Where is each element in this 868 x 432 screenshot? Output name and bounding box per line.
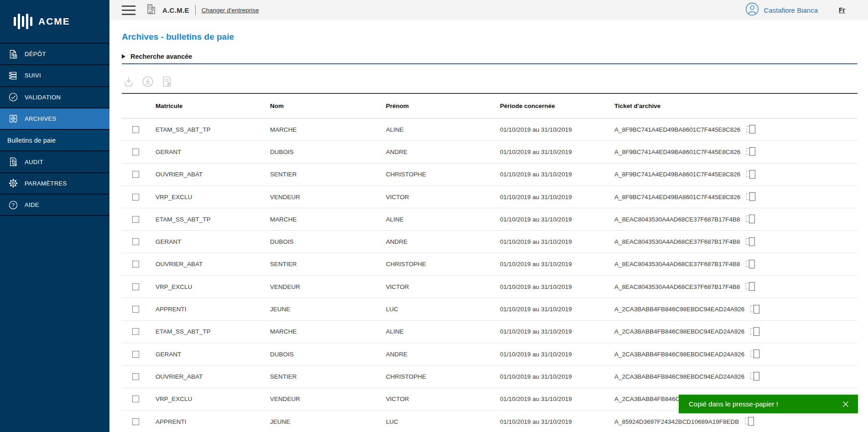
table-row: VRP_EXCLUVENDEURVICTOR01/10/2019 au 31/1… (122, 276, 858, 298)
language-toggle[interactable]: Fr (839, 6, 845, 14)
copy-icon[interactable] (746, 260, 755, 269)
cell-ticket: A_85924D3697F24342BCD10689A19F8EDB (614, 417, 858, 426)
copy-icon[interactable] (750, 305, 760, 314)
cell-nom: JEUNE (270, 306, 386, 313)
row-checkbox[interactable] (132, 126, 139, 133)
copy-icon[interactable] (746, 282, 755, 291)
row-checkbox[interactable] (132, 171, 139, 178)
cell-matricule: ETAM_SS_ABT_TP (156, 216, 270, 223)
table-row: OUVRIER_ABATSENTIERCHRISTOPHE01/10/2019 … (122, 164, 858, 186)
copy-icon[interactable] (750, 350, 760, 359)
copy-icon[interactable] (746, 125, 756, 134)
ticket-value: A_8F9BC741A4ED49BA8601C7F445E8C826 (614, 126, 740, 133)
ticket-value: A_2CA3BABB4FB846C98EBDC94EAD24A926 (614, 351, 744, 358)
cell-ticket: A_8EAC8043530A4AD68CE37F687B17F4B8 (614, 260, 858, 269)
sidebar-item-bulletins-de-paie[interactable]: Bulletins de paie (0, 130, 109, 151)
sidebar-item-label: VALIDATION (25, 94, 61, 101)
copy-icon[interactable] (750, 372, 760, 381)
copy-icon[interactable] (745, 417, 754, 426)
cell-periode: 01/10/2019 au 31/10/2019 (500, 126, 614, 133)
checkbox-cell (122, 351, 156, 358)
checkbox-cell (122, 328, 156, 335)
cell-periode: 01/10/2019 au 31/10/2019 (500, 306, 614, 313)
sidebar-item-aide[interactable]: ?AIDE (0, 195, 109, 216)
row-checkbox[interactable] (132, 261, 139, 267)
document-upload-icon (7, 48, 19, 60)
cell-matricule: ETAM_SS_ABT_TP (156, 328, 270, 335)
cell-ticket: A_8F9BC741A4ED49BA8601C7F445E8C826 (614, 147, 858, 156)
row-checkbox[interactable] (132, 306, 139, 313)
row-checkbox[interactable] (132, 149, 139, 155)
cell-periode: 01/10/2019 au 31/10/2019 (500, 373, 614, 380)
change-company-link[interactable]: Changer d'entreprise (202, 7, 259, 14)
cell-nom: VENDEUR (270, 194, 386, 201)
user-menu[interactable]: Castafiore Bianca (745, 2, 818, 18)
row-checkbox[interactable] (132, 238, 139, 245)
download-button[interactable] (122, 75, 135, 89)
cell-periode: 01/10/2019 au 31/10/2019 (500, 351, 614, 358)
sidebar-item-label: AIDE (25, 201, 39, 208)
advanced-search-toggle[interactable]: Recherche avancée (122, 53, 192, 60)
sidebar-item-audit[interactable]: AUDIT (0, 151, 109, 173)
copy-icon[interactable] (746, 147, 756, 156)
checkbox-cell (122, 283, 156, 290)
cell-ticket: A_8F9BC741A4ED49BA8601C7F445E8C826 (614, 125, 858, 134)
column-header-nom: Nom (270, 103, 386, 109)
row-checkbox[interactable] (132, 328, 139, 335)
download-icon (122, 75, 135, 89)
cell-prenom: ALINE (386, 216, 500, 223)
sidebar-item-validation[interactable]: VALIDATION (0, 87, 109, 108)
copy-icon[interactable] (746, 192, 756, 201)
table-row: APPRENTIJEUNELUC01/10/2019 au 31/10/2019… (122, 411, 858, 432)
cell-prenom: VICTOR (386, 283, 500, 290)
checkbox-cell (122, 238, 156, 245)
copy-icon[interactable] (746, 215, 755, 224)
row-checkbox[interactable] (132, 283, 139, 290)
ticket-value: A_2CA3BABB4FB846C98EBDC94EAD24A926 (614, 373, 744, 380)
checkbox-cell (122, 261, 156, 267)
menu-toggle-button[interactable] (122, 5, 135, 15)
sidebar-item-label: ARCHIVES (25, 115, 57, 122)
table-row: GERANTDUBOISANDRE01/10/2019 au 31/10/201… (122, 343, 858, 365)
sidebar-item-archives[interactable]: ARCHIVES (0, 108, 109, 130)
ticket-value: A_8EAC8043530A4AD68CE37F687B17F4B8 (614, 238, 740, 245)
row-checkbox[interactable] (132, 216, 139, 223)
table-row: GERANTDUBOISANDRE01/10/2019 au 31/10/201… (122, 141, 858, 163)
checkbox-cell (122, 216, 156, 223)
row-checkbox[interactable] (132, 194, 139, 201)
cell-ticket: A_8EAC8043530A4AD68CE37F687B17F4B8 (614, 237, 858, 247)
checkbox-cell (122, 396, 156, 402)
sidebar-item-depot[interactable]: DÉPÔT (0, 44, 109, 65)
chevron-right-icon (122, 54, 125, 59)
download-all-button[interactable] (141, 75, 155, 89)
certificate-document-icon (161, 75, 173, 89)
cell-prenom: ALINE (386, 328, 500, 335)
row-checkbox[interactable] (132, 351, 139, 358)
building-icon (145, 3, 157, 17)
copy-icon[interactable] (746, 170, 756, 179)
ticket-value: A_2CA3BABB4FB846C98EBDC94EAD24A926 (614, 328, 744, 335)
toast-close-button[interactable] (841, 399, 851, 409)
cell-matricule: GERANT (156, 351, 270, 358)
cell-prenom: CHRISTOPHE (386, 373, 500, 380)
close-icon (842, 400, 850, 408)
checkbox-cell (122, 126, 156, 133)
cell-ticket: A_2CA3BABB4FB846C98EBDC94EAD24A926 (614, 305, 858, 314)
table-row: APPRENTIJEUNELUC01/10/2019 au 31/10/2019… (122, 298, 858, 320)
row-checkbox[interactable] (132, 396, 139, 402)
copy-icon[interactable] (746, 237, 755, 247)
row-checkbox[interactable] (132, 418, 139, 425)
hamburger-icon (122, 5, 135, 7)
row-checkbox[interactable] (132, 373, 139, 380)
ticket-value: A_8EAC8043530A4AD68CE37F687B17F4B8 (614, 216, 740, 223)
download-all-icon (141, 75, 154, 89)
certificate-button[interactable] (160, 75, 174, 89)
sidebar-item-suivi[interactable]: SUIVI (0, 65, 109, 87)
section-divider (122, 63, 858, 64)
checkbox-cell (122, 418, 156, 425)
copy-icon[interactable] (750, 327, 760, 336)
sidebar-item-parametres[interactable]: PARAMÈTRES (0, 173, 109, 195)
ticket-value: A_8F9BC741A4ED49BA8601C7F445E8C826 (614, 149, 740, 155)
cell-matricule: ETAM_SS_ABT_TP (156, 126, 270, 133)
cell-periode: 01/10/2019 au 31/10/2019 (500, 216, 614, 223)
